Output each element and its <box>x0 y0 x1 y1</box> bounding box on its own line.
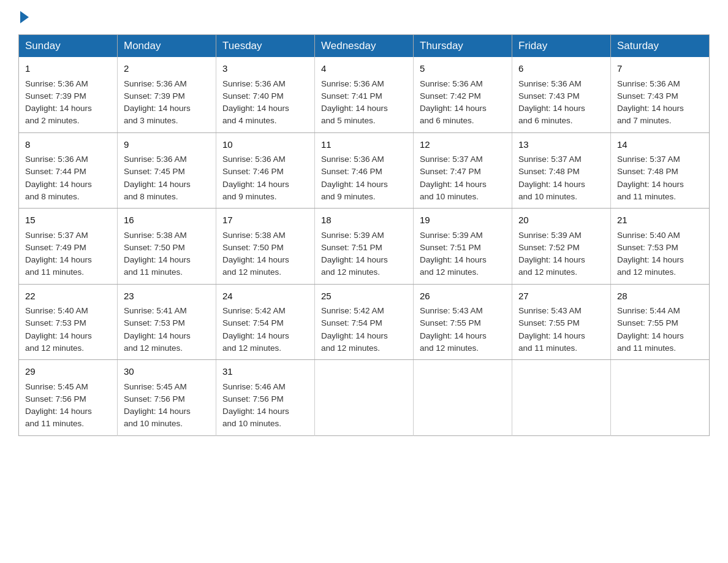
calendar-cell: 26Sunrise: 5:43 AMSunset: 7:55 PMDayligh… <box>414 284 512 360</box>
day-number: 12 <box>420 138 506 152</box>
page-header <box>18 12 710 25</box>
day-number: 11 <box>321 138 407 152</box>
calendar-cell <box>414 360 512 436</box>
day-number: 10 <box>222 138 308 152</box>
day-number: 22 <box>25 289 111 304</box>
calendar-cell: 10Sunrise: 5:36 AMSunset: 7:46 PMDayligh… <box>216 132 315 209</box>
calendar-cell: 15Sunrise: 5:37 AMSunset: 7:49 PMDayligh… <box>19 209 118 285</box>
day-number: 3 <box>222 62 308 76</box>
day-number: 29 <box>25 365 111 379</box>
day-number: 5 <box>420 62 506 76</box>
day-number: 18 <box>321 213 407 228</box>
calendar-cell: 18Sunrise: 5:39 AMSunset: 7:51 PMDayligh… <box>315 209 414 285</box>
calendar-cell: 5Sunrise: 5:36 AMSunset: 7:42 PMDaylight… <box>414 57 512 132</box>
day-number: 19 <box>420 213 506 228</box>
calendar-cell: 2Sunrise: 5:36 AMSunset: 7:39 PMDaylight… <box>118 57 216 132</box>
day-number: 2 <box>124 62 210 76</box>
calendar-cell: 17Sunrise: 5:38 AMSunset: 7:50 PMDayligh… <box>216 209 315 285</box>
calendar-cell: 14Sunrise: 5:37 AMSunset: 7:48 PMDayligh… <box>611 132 710 209</box>
calendar-table: SundayMondayTuesdayWednesdayThursdayFrid… <box>18 34 710 436</box>
calendar-week-5: 29Sunrise: 5:45 AMSunset: 7:56 PMDayligh… <box>19 360 710 436</box>
day-number: 4 <box>321 62 407 76</box>
calendar-cell: 3Sunrise: 5:36 AMSunset: 7:40 PMDaylight… <box>216 57 315 132</box>
weekday-header-tuesday: Tuesday <box>216 35 315 58</box>
day-number: 23 <box>124 289 210 304</box>
calendar-cell: 28Sunrise: 5:44 AMSunset: 7:55 PMDayligh… <box>611 284 710 360</box>
calendar-cell <box>315 360 414 436</box>
day-number: 8 <box>25 138 111 152</box>
weekday-header-monday: Monday <box>118 35 216 58</box>
weekday-header-row: SundayMondayTuesdayWednesdayThursdayFrid… <box>19 35 710 58</box>
day-number: 30 <box>124 365 210 379</box>
day-number: 24 <box>222 289 308 304</box>
calendar-cell: 21Sunrise: 5:40 AMSunset: 7:53 PMDayligh… <box>611 209 710 285</box>
calendar-cell: 22Sunrise: 5:40 AMSunset: 7:53 PMDayligh… <box>19 284 118 360</box>
weekday-header-friday: Friday <box>512 35 611 58</box>
logo-triangle-icon <box>20 11 29 23</box>
day-number: 31 <box>222 365 308 379</box>
calendar-cell: 16Sunrise: 5:38 AMSunset: 7:50 PMDayligh… <box>118 209 216 285</box>
calendar-cell: 31Sunrise: 5:46 AMSunset: 7:56 PMDayligh… <box>216 360 315 436</box>
day-number: 6 <box>518 62 604 76</box>
weekday-header-wednesday: Wednesday <box>315 35 414 58</box>
calendar-cell: 19Sunrise: 5:39 AMSunset: 7:51 PMDayligh… <box>414 209 512 285</box>
calendar-week-1: 1Sunrise: 5:36 AMSunset: 7:39 PMDaylight… <box>19 57 710 132</box>
day-number: 26 <box>420 289 506 304</box>
day-number: 15 <box>25 213 111 228</box>
day-number: 9 <box>124 138 210 152</box>
calendar-cell: 6Sunrise: 5:36 AMSunset: 7:43 PMDaylight… <box>512 57 611 132</box>
calendar-cell: 29Sunrise: 5:45 AMSunset: 7:56 PMDayligh… <box>19 360 118 436</box>
calendar-cell: 23Sunrise: 5:41 AMSunset: 7:53 PMDayligh… <box>118 284 216 360</box>
day-number: 25 <box>321 289 407 304</box>
weekday-header-thursday: Thursday <box>414 35 512 58</box>
day-number: 1 <box>25 62 111 76</box>
day-number: 28 <box>617 289 703 304</box>
calendar-cell: 4Sunrise: 5:36 AMSunset: 7:41 PMDaylight… <box>315 57 414 132</box>
calendar-cell: 25Sunrise: 5:42 AMSunset: 7:54 PMDayligh… <box>315 284 414 360</box>
calendar-header: SundayMondayTuesdayWednesdayThursdayFrid… <box>19 35 710 58</box>
day-number: 27 <box>518 289 604 304</box>
day-number: 13 <box>518 138 604 152</box>
calendar-cell: 1Sunrise: 5:36 AMSunset: 7:39 PMDaylight… <box>19 57 118 132</box>
day-number: 14 <box>617 138 703 152</box>
calendar-cell: 7Sunrise: 5:36 AMSunset: 7:43 PMDaylight… <box>611 57 710 132</box>
calendar-cell: 13Sunrise: 5:37 AMSunset: 7:48 PMDayligh… <box>512 132 611 209</box>
weekday-header-saturday: Saturday <box>611 35 710 58</box>
weekday-header-sunday: Sunday <box>19 35 118 58</box>
calendar-body: 1Sunrise: 5:36 AMSunset: 7:39 PMDaylight… <box>19 57 710 435</box>
calendar-cell <box>512 360 611 436</box>
calendar-week-4: 22Sunrise: 5:40 AMSunset: 7:53 PMDayligh… <box>19 284 710 360</box>
calendar-week-2: 8Sunrise: 5:36 AMSunset: 7:44 PMDaylight… <box>19 132 710 209</box>
day-number: 17 <box>222 213 308 228</box>
calendar-cell: 9Sunrise: 5:36 AMSunset: 7:45 PMDaylight… <box>118 132 216 209</box>
calendar-cell: 27Sunrise: 5:43 AMSunset: 7:55 PMDayligh… <box>512 284 611 360</box>
calendar-cell: 30Sunrise: 5:45 AMSunset: 7:56 PMDayligh… <box>118 360 216 436</box>
calendar-cell: 12Sunrise: 5:37 AMSunset: 7:47 PMDayligh… <box>414 132 512 209</box>
calendar-cell: 20Sunrise: 5:39 AMSunset: 7:52 PMDayligh… <box>512 209 611 285</box>
day-number: 7 <box>617 62 703 76</box>
day-number: 16 <box>124 213 210 228</box>
calendar-cell: 8Sunrise: 5:36 AMSunset: 7:44 PMDaylight… <box>19 132 118 209</box>
calendar-week-3: 15Sunrise: 5:37 AMSunset: 7:49 PMDayligh… <box>19 209 710 285</box>
logo <box>18 12 31 25</box>
day-number: 20 <box>518 213 604 228</box>
calendar-cell: 11Sunrise: 5:36 AMSunset: 7:46 PMDayligh… <box>315 132 414 209</box>
calendar-cell: 24Sunrise: 5:42 AMSunset: 7:54 PMDayligh… <box>216 284 315 360</box>
calendar-cell <box>611 360 710 436</box>
day-number: 21 <box>617 213 703 228</box>
